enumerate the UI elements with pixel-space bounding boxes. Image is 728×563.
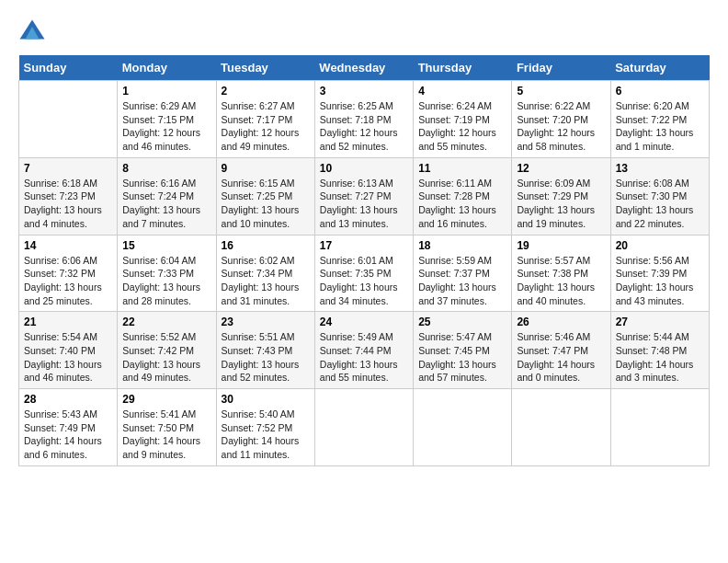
calendar-cell [512, 389, 610, 466]
calendar-cell: 16Sunrise: 6:02 AMSunset: 7:34 PMDayligh… [216, 235, 314, 312]
day-info: Sunrise: 5:44 AMSunset: 7:48 PMDaylight:… [616, 330, 704, 385]
weekday-header: Sunday [19, 55, 118, 81]
calendar-cell: 5Sunrise: 6:22 AMSunset: 7:20 PMDaylight… [512, 81, 610, 158]
day-info: Sunrise: 6:29 AMSunset: 7:15 PMDaylight:… [122, 99, 210, 154]
calendar-cell: 7Sunrise: 6:18 AMSunset: 7:23 PMDaylight… [19, 157, 118, 235]
day-info: Sunrise: 6:22 AMSunset: 7:20 PMDaylight:… [517, 99, 605, 154]
day-info: Sunrise: 6:09 AMSunset: 7:29 PMDaylight:… [517, 177, 605, 231]
calendar-cell: 23Sunrise: 5:51 AMSunset: 7:43 PMDayligh… [216, 312, 314, 389]
day-info: Sunrise: 6:04 AMSunset: 7:33 PMDaylight:… [122, 254, 210, 308]
calendar-cell: 29Sunrise: 5:41 AMSunset: 7:50 PMDayligh… [118, 389, 216, 466]
calendar-cell: 12Sunrise: 6:09 AMSunset: 7:29 PMDayligh… [512, 157, 610, 235]
day-number: 12 [517, 162, 605, 175]
day-number: 26 [517, 316, 605, 328]
weekday-header: Friday [512, 55, 610, 81]
day-number: 9 [222, 162, 310, 175]
day-number: 29 [122, 393, 210, 406]
calendar-cell: 19Sunrise: 5:57 AMSunset: 7:38 PMDayligh… [512, 235, 610, 312]
calendar-cell: 17Sunrise: 6:01 AMSunset: 7:35 PMDayligh… [314, 235, 413, 312]
day-number: 11 [418, 162, 506, 175]
day-number: 6 [616, 85, 704, 98]
calendar-cell: 3Sunrise: 6:25 AMSunset: 7:18 PMDaylight… [314, 81, 413, 158]
day-info: Sunrise: 6:18 AMSunset: 7:23 PMDaylight:… [24, 177, 112, 231]
day-info: Sunrise: 5:46 AMSunset: 7:47 PMDaylight:… [517, 330, 605, 385]
day-number: 16 [222, 239, 310, 252]
day-number: 30 [222, 393, 310, 406]
day-info: Sunrise: 5:52 AMSunset: 7:42 PMDaylight:… [122, 330, 210, 385]
weekday-header: Tuesday [216, 55, 314, 81]
day-number: 2 [222, 85, 310, 98]
weekday-header-row: SundayMondayTuesdayWednesdayThursdayFrid… [19, 55, 710, 81]
calendar-cell [414, 389, 512, 466]
day-number: 24 [320, 316, 408, 328]
calendar-cell [314, 389, 413, 466]
day-number: 19 [517, 239, 605, 252]
calendar-week-row: 14Sunrise: 6:06 AMSunset: 7:32 PMDayligh… [19, 235, 710, 312]
calendar-cell: 10Sunrise: 6:13 AMSunset: 7:27 PMDayligh… [314, 157, 413, 235]
day-info: Sunrise: 6:11 AMSunset: 7:28 PMDaylight:… [418, 177, 506, 231]
day-info: Sunrise: 5:54 AMSunset: 7:40 PMDaylight:… [24, 330, 112, 385]
calendar-cell: 13Sunrise: 6:08 AMSunset: 7:30 PMDayligh… [610, 157, 709, 235]
calendar-table: SundayMondayTuesdayWednesdayThursdayFrid… [18, 55, 710, 466]
day-info: Sunrise: 6:15 AMSunset: 7:25 PMDaylight:… [222, 177, 310, 231]
calendar-week-row: 7Sunrise: 6:18 AMSunset: 7:23 PMDaylight… [19, 157, 710, 235]
day-number: 7 [24, 162, 112, 175]
day-number: 17 [320, 239, 408, 252]
calendar-week-row: 1Sunrise: 6:29 AMSunset: 7:15 PMDaylight… [19, 81, 710, 158]
calendar-cell: 14Sunrise: 6:06 AMSunset: 7:32 PMDayligh… [19, 235, 118, 312]
day-info: Sunrise: 6:01 AMSunset: 7:35 PMDaylight:… [320, 254, 408, 308]
day-number: 10 [320, 162, 408, 175]
calendar-week-row: 21Sunrise: 5:54 AMSunset: 7:40 PMDayligh… [19, 312, 710, 389]
day-info: Sunrise: 6:06 AMSunset: 7:32 PMDaylight:… [24, 254, 112, 308]
weekday-header: Monday [118, 55, 216, 81]
day-info: Sunrise: 6:16 AMSunset: 7:24 PMDaylight:… [122, 177, 210, 231]
day-info: Sunrise: 6:20 AMSunset: 7:22 PMDaylight:… [616, 99, 704, 154]
day-number: 18 [418, 239, 506, 252]
calendar-cell: 28Sunrise: 5:43 AMSunset: 7:49 PMDayligh… [19, 389, 118, 466]
weekday-header: Thursday [414, 55, 512, 81]
calendar-cell: 30Sunrise: 5:40 AMSunset: 7:52 PMDayligh… [216, 389, 314, 466]
calendar-cell: 27Sunrise: 5:44 AMSunset: 7:48 PMDayligh… [610, 312, 709, 389]
page-header [18, 18, 710, 46]
weekday-header: Wednesday [314, 55, 413, 81]
day-info: Sunrise: 5:51 AMSunset: 7:43 PMDaylight:… [222, 330, 310, 385]
calendar-cell: 24Sunrise: 5:49 AMSunset: 7:44 PMDayligh… [314, 312, 413, 389]
calendar-cell [610, 389, 709, 466]
day-number: 4 [418, 85, 506, 98]
day-number: 27 [616, 316, 704, 328]
day-info: Sunrise: 6:27 AMSunset: 7:17 PMDaylight:… [222, 99, 310, 154]
calendar-cell: 20Sunrise: 5:56 AMSunset: 7:39 PMDayligh… [610, 235, 709, 312]
day-info: Sunrise: 5:40 AMSunset: 7:52 PMDaylight:… [222, 408, 310, 462]
day-number: 8 [122, 162, 210, 175]
day-number: 15 [122, 239, 210, 252]
day-number: 25 [418, 316, 506, 328]
day-info: Sunrise: 5:59 AMSunset: 7:37 PMDaylight:… [418, 254, 506, 308]
day-number: 20 [616, 239, 704, 252]
calendar-cell: 11Sunrise: 6:11 AMSunset: 7:28 PMDayligh… [414, 157, 512, 235]
calendar-cell: 9Sunrise: 6:15 AMSunset: 7:25 PMDaylight… [216, 157, 314, 235]
calendar-cell: 6Sunrise: 6:20 AMSunset: 7:22 PMDaylight… [610, 81, 709, 158]
day-number: 22 [122, 316, 210, 328]
day-info: Sunrise: 6:13 AMSunset: 7:27 PMDaylight:… [320, 177, 408, 231]
day-number: 1 [122, 85, 210, 98]
day-number: 13 [616, 162, 704, 175]
day-number: 14 [24, 239, 112, 252]
day-info: Sunrise: 6:08 AMSunset: 7:30 PMDaylight:… [616, 177, 704, 231]
day-info: Sunrise: 5:57 AMSunset: 7:38 PMDaylight:… [517, 254, 605, 308]
weekday-header: Saturday [610, 55, 709, 81]
day-info: Sunrise: 5:43 AMSunset: 7:49 PMDaylight:… [24, 408, 112, 462]
day-info: Sunrise: 6:25 AMSunset: 7:18 PMDaylight:… [320, 99, 408, 154]
day-number: 23 [222, 316, 310, 328]
calendar-cell: 1Sunrise: 6:29 AMSunset: 7:15 PMDaylight… [118, 81, 216, 158]
logo-icon [18, 18, 46, 46]
calendar-cell: 22Sunrise: 5:52 AMSunset: 7:42 PMDayligh… [118, 312, 216, 389]
day-number: 28 [24, 393, 112, 406]
calendar-cell: 2Sunrise: 6:27 AMSunset: 7:17 PMDaylight… [216, 81, 314, 158]
day-info: Sunrise: 5:49 AMSunset: 7:44 PMDaylight:… [320, 330, 408, 385]
day-number: 5 [517, 85, 605, 98]
calendar-week-row: 28Sunrise: 5:43 AMSunset: 7:49 PMDayligh… [19, 389, 710, 466]
day-info: Sunrise: 6:02 AMSunset: 7:34 PMDaylight:… [222, 254, 310, 308]
day-info: Sunrise: 5:47 AMSunset: 7:45 PMDaylight:… [418, 330, 506, 385]
calendar-cell: 8Sunrise: 6:16 AMSunset: 7:24 PMDaylight… [118, 157, 216, 235]
calendar-cell: 15Sunrise: 6:04 AMSunset: 7:33 PMDayligh… [118, 235, 216, 312]
